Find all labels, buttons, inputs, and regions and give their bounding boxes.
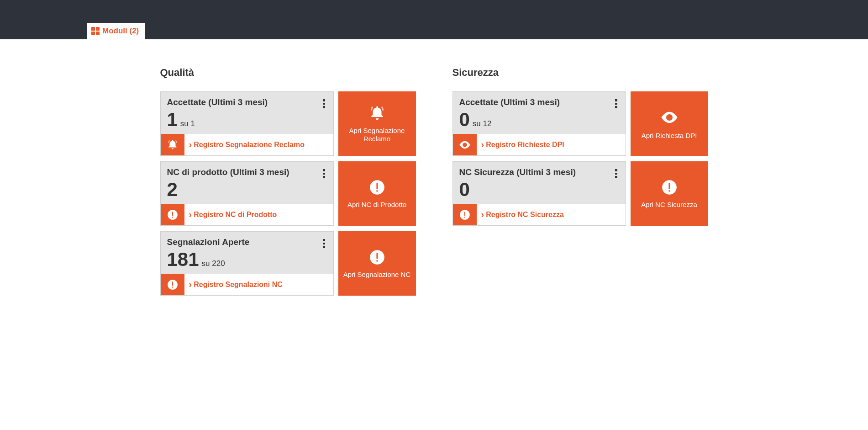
card-head: Segnalazioni Aperte 181 su 220 — [161, 232, 333, 274]
card-row: Accettate (Ultimi 3 mesi) 0 su 12 Regist… — [452, 91, 708, 156]
card-nc-prodotto: NC di prodotto (Ultimi 3 mesi) 2 Registr… — [160, 161, 334, 226]
tile-label: Apri NC di Prodotto — [347, 201, 406, 209]
registro-link[interactable]: Registro Segnalazioni NC — [184, 274, 333, 295]
bell-icon — [368, 105, 386, 122]
metric-suffix: su 12 — [473, 119, 492, 128]
card-row: NC di prodotto (Ultimi 3 mesi) 2 Registr… — [160, 161, 416, 226]
eye-icon — [453, 134, 477, 155]
card-row: NC Sicurezza (Ultimi 3 mesi) 0 Registro … — [452, 161, 708, 226]
svg-rect-4 — [376, 183, 378, 189]
card-title: Accettate (Ultimi 3 mesi) — [459, 97, 619, 107]
tab-label: Moduli (2) — [102, 27, 139, 36]
svg-point-12 — [463, 143, 466, 146]
kebab-icon[interactable] — [612, 99, 621, 108]
alert-icon — [161, 204, 184, 225]
metric-value: 181 — [167, 250, 199, 269]
tile-label: Apri NC Sicurezza — [641, 201, 697, 209]
card-accettate-sicurezza: Accettate (Ultimi 3 mesi) 0 su 12 Regist… — [452, 91, 626, 156]
card-metric: 0 su 12 — [459, 110, 619, 129]
svg-rect-16 — [464, 217, 465, 218]
svg-rect-7 — [172, 281, 173, 286]
card-head: Accettate (Ultimi 3 mesi) 0 su 12 — [453, 92, 626, 134]
alert-icon — [161, 274, 184, 295]
column-sicurezza: Sicurezza Accettate (Ultimi 3 mesi) 0 su… — [452, 67, 708, 301]
tile-apri-nc-sicurezza[interactable]: Apri NC Sicurezza — [631, 161, 708, 226]
card-title: NC di prodotto (Ultimi 3 mesi) — [167, 167, 327, 177]
svg-rect-11 — [376, 260, 378, 261]
bell-icon — [161, 134, 184, 155]
content: Qualità Accettate (Ultimi 3 mesi) 1 su 1… — [92, 67, 777, 315]
card-accettate-qualita: Accettate (Ultimi 3 mesi) 1 su 1 Registr… — [160, 91, 334, 156]
tile-label: Apri Segnalazione Reclamo — [342, 127, 412, 143]
svg-rect-8 — [172, 287, 173, 287]
tab-moduli[interactable]: Moduli (2) — [87, 23, 145, 39]
card-title: Segnalazioni Aperte — [167, 237, 327, 247]
svg-point-13 — [668, 116, 671, 119]
card-head: NC di prodotto (Ultimi 3 mesi) 2 — [161, 162, 333, 204]
column-title-qualita: Qualità — [160, 67, 416, 79]
kebab-icon[interactable] — [320, 99, 329, 108]
registro-link[interactable]: Registro NC di Prodotto — [184, 204, 333, 225]
tile-apri-richiesta-dpi[interactable]: Apri Richiesta DPI — [631, 91, 708, 156]
tile-label: Apri Segnalazione NC — [343, 271, 411, 279]
metric-value: 2 — [167, 180, 178, 199]
card-title: Accettate (Ultimi 3 mesi) — [167, 97, 327, 107]
topbar: Moduli (2) — [0, 0, 868, 39]
card-head: Accettate (Ultimi 3 mesi) 1 su 1 — [161, 92, 333, 134]
card-metric: 181 su 220 — [167, 250, 327, 269]
registro-link[interactable]: Registro Richieste DPI — [477, 134, 626, 155]
grid-icon — [91, 27, 100, 35]
card-foot: Registro NC Sicurezza — [453, 204, 626, 225]
card-foot: Registro Richieste DPI — [453, 134, 626, 155]
kebab-icon[interactable] — [320, 239, 329, 248]
card-row: Accettate (Ultimi 3 mesi) 1 su 1 Registr… — [160, 91, 416, 156]
card-metric: 1 su 1 — [167, 110, 327, 129]
kebab-icon[interactable] — [320, 169, 329, 178]
alert-icon — [368, 179, 386, 196]
metric-suffix: su 220 — [202, 259, 225, 268]
card-row: Segnalazioni Aperte 181 su 220 Registro … — [160, 231, 416, 296]
svg-rect-10 — [376, 253, 378, 259]
card-nc-sicurezza: NC Sicurezza (Ultimi 3 mesi) 0 Registro … — [452, 161, 626, 226]
metric-suffix: su 1 — [180, 119, 195, 128]
metric-value: 0 — [459, 110, 470, 129]
svg-rect-2 — [172, 217, 173, 218]
alert-icon — [453, 204, 477, 225]
alert-icon — [661, 179, 678, 196]
card-metric: 2 — [167, 180, 327, 199]
card-title: NC Sicurezza (Ultimi 3 mesi) — [459, 167, 619, 177]
tile-apri-segnalazione-reclamo[interactable]: Apri Segnalazione Reclamo — [338, 91, 416, 156]
svg-rect-19 — [668, 190, 670, 191]
svg-rect-1 — [172, 212, 173, 216]
eye-icon — [660, 108, 679, 127]
tile-apri-segnalazione-nc[interactable]: Apri Segnalazione NC — [338, 231, 416, 296]
card-foot: Registro NC di Prodotto — [161, 204, 333, 225]
metric-value: 0 — [459, 180, 470, 199]
alert-icon — [368, 249, 386, 266]
card-metric: 0 — [459, 180, 619, 199]
card-foot: Registro Segnalazione Reclamo — [161, 134, 333, 155]
svg-rect-18 — [668, 183, 670, 189]
registro-link[interactable]: Registro Segnalazione Reclamo — [184, 134, 333, 155]
card-segnalazioni-aperte: Segnalazioni Aperte 181 su 220 Registro … — [160, 231, 334, 296]
metric-value: 1 — [167, 110, 178, 129]
registro-link[interactable]: Registro NC Sicurezza — [477, 204, 626, 225]
card-foot: Registro Segnalazioni NC — [161, 274, 333, 295]
column-qualita: Qualità Accettate (Ultimi 3 mesi) 1 su 1… — [160, 67, 416, 301]
svg-rect-15 — [464, 212, 465, 216]
kebab-icon[interactable] — [612, 169, 621, 178]
card-head: NC Sicurezza (Ultimi 3 mesi) 0 — [453, 162, 626, 204]
tile-apri-nc-prodotto[interactable]: Apri NC di Prodotto — [338, 161, 416, 226]
tile-label: Apri Richiesta DPI — [642, 132, 697, 140]
svg-rect-5 — [376, 190, 378, 191]
column-title-sicurezza: Sicurezza — [452, 67, 708, 79]
